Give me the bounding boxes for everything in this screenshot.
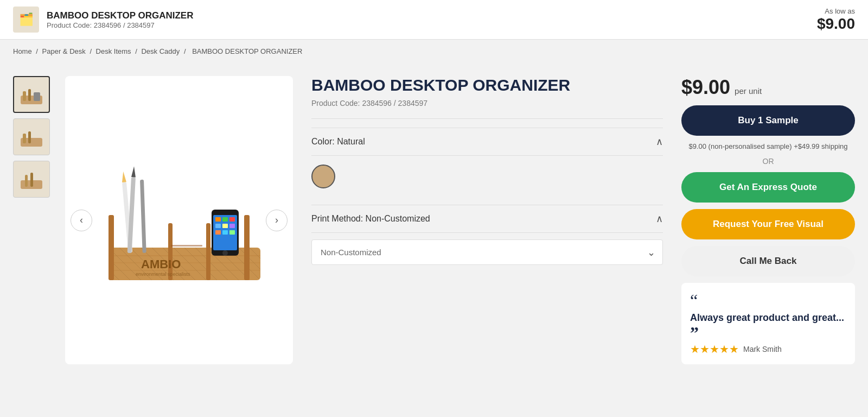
header-product-code: Product Code: 2384596 / 2384597 [47,21,193,29]
price-row: $9.00 per unit [681,76,855,99]
review-author: Mark Smith [743,345,782,353]
sidebar-price: $9.00 [681,76,730,99]
color-value: Natural [337,137,365,146]
next-image-button[interactable]: › [266,210,288,231]
sidebar-per-unit: per unit [735,86,762,96]
header-text: BAMBOO DESKTOP ORGANIZER Product Code: 2… [47,10,193,29]
or-divider: OR [681,157,855,166]
buy-sample-button[interactable]: Buy 1 Sample [681,105,855,136]
svg-rect-5 [23,134,26,143]
main-content: ‹ [0,63,868,377]
breadcrumb-desk-caddy[interactable]: Desk Caddy [141,47,180,55]
svg-rect-9 [30,173,33,187]
review-block: “ Always great product and great... ” ★★… [681,283,855,364]
express-quote-button[interactable]: Get An Express Quote [681,172,855,203]
svg-rect-3 [34,92,40,101]
header-as-low-label: As low as [817,7,855,15]
header-product-info: 🗂️ BAMBOO DESKTOP ORGANIZER Product Code… [13,7,193,33]
svg-marker-19 [121,171,126,182]
prev-image-button[interactable]: ‹ [71,210,92,231]
product-code: Product Code: 2384596 / 2384597 [311,99,663,108]
breadcrumb-current: BAMBOO DESKTOP ORGANIZER [192,47,302,55]
header-price: $9.00 [817,15,855,33]
color-chevron-icon: ∧ [656,136,663,148]
svg-text:AMBIO: AMBIO [141,257,181,271]
color-label: Color: Natural [311,137,365,147]
thumbnail-3[interactable] [13,161,50,198]
product-title: BAMBOO DESKTOP ORGANIZER [311,76,663,94]
breadcrumb: Home / Paper & Desk / Desk Items / Desk … [0,40,868,63]
svg-rect-26 [215,224,221,228]
print-method-chevron-icon: ∧ [656,213,663,225]
svg-rect-25 [229,217,235,222]
svg-rect-6 [28,131,31,143]
svg-rect-1 [23,91,26,101]
svg-rect-15 [206,223,210,280]
color-swatches [311,156,663,199]
svg-rect-23 [215,217,221,222]
svg-text:environmental specialists: environmental specialists [136,271,190,277]
product-details: BAMBOO DESKTOP ORGANIZER Product Code: 2… [306,76,668,364]
header-product-icon: 🗂️ [13,7,39,33]
thumbnail-1[interactable] [13,76,50,113]
call-back-button[interactable]: Call Me Back [681,246,855,276]
print-method-dropdown-wrapper: Non-Customized ⌄ [311,239,663,265]
breadcrumb-home[interactable]: Home [13,47,32,55]
right-sidebar: $9.00 per unit Buy 1 Sample $9.00 (non-p… [681,76,855,364]
review-open-quote: “ [690,292,846,309]
svg-rect-24 [222,217,228,222]
product-image: AMBIO environmental specialists [87,128,271,313]
review-stars: ★★★★★ [690,343,739,356]
svg-rect-29 [215,230,221,235]
svg-rect-28 [229,224,235,228]
svg-rect-31 [229,230,235,235]
svg-rect-38 [171,245,202,247]
thumbnail-list [13,76,52,364]
header-price-block: As low as $9.00 [817,7,855,33]
breadcrumb-paper-desk[interactable]: Paper & Desk [42,47,86,55]
sample-note: $9.00 (non-personalised sample) +$49.99 … [681,142,855,150]
svg-rect-30 [222,230,228,235]
product-image-area: ‹ [65,76,293,364]
breadcrumb-desk-items[interactable]: Desk Items [96,47,131,55]
header-product-title: BAMBOO DESKTOP ORGANIZER [47,10,193,21]
review-text: Always great product and great... ” [690,311,846,338]
svg-rect-18 [140,179,146,252]
svg-point-32 [222,250,228,256]
color-swatch-natural[interactable] [311,165,335,188]
print-method-label: Print Method: Non-Customized [311,214,430,224]
free-visual-button[interactable]: Request Your Free Visual [681,209,855,239]
svg-rect-2 [28,89,31,101]
color-option-row[interactable]: Color: Natural ∧ [311,128,663,156]
page-header: 🗂️ BAMBOO DESKTOP ORGANIZER Product Code… [0,0,868,40]
svg-marker-20 [131,166,136,177]
thumbnail-2[interactable] [13,118,50,155]
svg-rect-8 [25,175,28,187]
svg-rect-27 [222,224,228,228]
review-stars-row: ★★★★★ Mark Smith [690,343,846,356]
review-close-quote: ” [690,323,699,343]
print-method-select[interactable]: Non-Customized [311,239,663,265]
print-method-row[interactable]: Print Method: Non-Customized ∧ [311,205,663,233]
print-method-value: Non-Customized [366,214,430,223]
